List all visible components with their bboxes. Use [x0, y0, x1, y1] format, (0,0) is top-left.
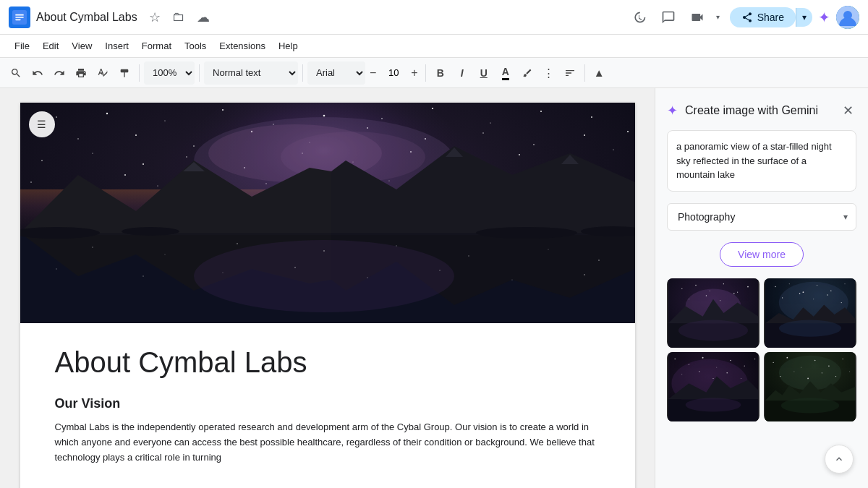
- svg-rect-3: [15, 19, 21, 20]
- top-bar: About Cymbal Labs ☆ 🗀 ☁ ▾ Share ▾ ✦: [0, 0, 868, 35]
- svg-point-122: [702, 356, 704, 358]
- svg-point-67: [92, 247, 93, 248]
- svg-point-131: [741, 378, 741, 379]
- svg-point-72: [468, 255, 469, 257]
- svg-point-108: [830, 290, 831, 291]
- share-dropdown-button[interactable]: ▾: [796, 8, 812, 27]
- menu-extensions[interactable]: Extensions: [213, 38, 271, 54]
- undo-button[interactable]: [27, 61, 48, 85]
- gemini-prompt-display[interactable]: a panoramic view of a star-filled night …: [667, 130, 856, 192]
- svg-point-10: [106, 113, 107, 114]
- svg-point-16: [431, 108, 433, 109]
- gemini-panel: ✦ Create image with Gemini ✕ a panoramic…: [655, 88, 868, 488]
- chat-button[interactable]: [657, 6, 680, 29]
- svg-point-42: [627, 131, 629, 132]
- bold-button[interactable]: B: [430, 61, 451, 85]
- format-options-button[interactable]: [560, 61, 580, 85]
- svg-point-146: [822, 372, 822, 373]
- gemini-panel-header: ✦ Create image with Gemini ✕: [655, 88, 868, 130]
- svg-point-148: [849, 371, 850, 372]
- divider-1: [139, 64, 140, 82]
- menu-bar: File Edit View Insert Format Tools Exten…: [0, 35, 868, 58]
- paint-format-button[interactable]: [114, 61, 135, 85]
- svg-point-11: [164, 120, 165, 121]
- menu-view[interactable]: View: [66, 38, 98, 54]
- hamburger-menu-button[interactable]: ☰: [29, 111, 55, 137]
- history-button[interactable]: [628, 6, 651, 29]
- svg-point-124: [730, 359, 731, 361]
- svg-point-18: [540, 111, 542, 112]
- svg-point-138: [786, 356, 788, 358]
- svg-point-142: [843, 359, 843, 359]
- font-size-increase[interactable]: +: [408, 65, 420, 81]
- svg-point-141: [828, 365, 830, 367]
- print-button[interactable]: [71, 61, 91, 85]
- svg-point-44: [124, 174, 126, 176]
- gemini-header-icon: ✦: [667, 103, 678, 119]
- menu-edit[interactable]: Edit: [37, 38, 64, 54]
- menu-insert[interactable]: Insert: [99, 38, 135, 54]
- svg-point-112: [813, 299, 814, 299]
- divider-2: [199, 64, 200, 82]
- document-area: ☰: [0, 88, 655, 488]
- view-more-button[interactable]: View more: [720, 242, 804, 267]
- share-button[interactable]: Share: [730, 7, 796, 27]
- svg-point-96: [706, 295, 707, 296]
- spell-check-button[interactable]: [93, 61, 113, 85]
- svg-point-89: [681, 288, 682, 288]
- underline-button[interactable]: U: [474, 61, 494, 85]
- scroll-to-top-button[interactable]: [825, 445, 854, 474]
- svg-point-74: [598, 260, 600, 261]
- cloud-icon[interactable]: ☁: [194, 8, 213, 27]
- svg-point-22: [193, 145, 195, 147]
- generated-image-2[interactable]: [764, 278, 856, 348]
- svg-point-79: [367, 277, 367, 278]
- highlight-button[interactable]: [517, 61, 537, 85]
- svg-point-69: [237, 243, 238, 244]
- svg-point-113: [827, 294, 827, 295]
- svg-point-75: [56, 268, 56, 269]
- svg-point-84: [122, 227, 179, 236]
- svg-point-106: [803, 291, 804, 293]
- menu-format[interactable]: Format: [136, 38, 177, 54]
- text-color-button[interactable]: A: [495, 61, 516, 85]
- font-size-decrease[interactable]: −: [367, 65, 379, 81]
- gemini-panel-title: Create image with Gemini: [685, 104, 833, 117]
- zoom-select[interactable]: 100%: [144, 61, 195, 85]
- svg-point-33: [186, 156, 187, 157]
- svg-point-107: [817, 285, 817, 286]
- italic-button[interactable]: I: [452, 61, 472, 85]
- svg-point-143: [780, 375, 780, 376]
- document-hero-image: ☰: [20, 103, 635, 323]
- generated-image-3[interactable]: [667, 352, 760, 421]
- generated-images-grid: [655, 278, 868, 421]
- camera-button[interactable]: [686, 6, 709, 29]
- style-dropdown[interactable]: Photography Digital Art Watercolor Oil P…: [667, 203, 856, 231]
- svg-point-151: [781, 398, 840, 413]
- generated-image-1[interactable]: [667, 278, 760, 348]
- svg-point-123: [716, 367, 717, 367]
- search-button[interactable]: [6, 61, 26, 85]
- gemini-icon[interactable]: ✦: [818, 9, 830, 26]
- svg-point-81: [511, 279, 512, 280]
- menu-tools[interactable]: Tools: [179, 38, 212, 54]
- svg-point-137: [773, 361, 774, 362]
- svg-point-28: [533, 144, 535, 145]
- redo-button[interactable]: [49, 61, 69, 85]
- more-options-button[interactable]: ⋮: [539, 61, 558, 85]
- text-style-select[interactable]: Normal text: [204, 61, 298, 85]
- svg-point-125: [744, 365, 745, 366]
- generated-image-4[interactable]: [764, 352, 856, 421]
- user-avatar[interactable]: [836, 6, 859, 29]
- svg-point-145: [807, 377, 809, 379]
- svg-point-85: [476, 227, 577, 239]
- menu-file[interactable]: File: [9, 38, 35, 54]
- svg-point-105: [789, 283, 790, 284]
- font-family-select[interactable]: Arial: [307, 61, 365, 85]
- star-icon[interactable]: ☆: [146, 8, 163, 27]
- folder-icon[interactable]: 🗀: [169, 8, 188, 26]
- svg-point-82: [584, 274, 585, 275]
- gemini-close-button[interactable]: ✕: [840, 100, 856, 121]
- expand-button[interactable]: ▲: [590, 61, 609, 85]
- menu-help[interactable]: Help: [273, 38, 304, 54]
